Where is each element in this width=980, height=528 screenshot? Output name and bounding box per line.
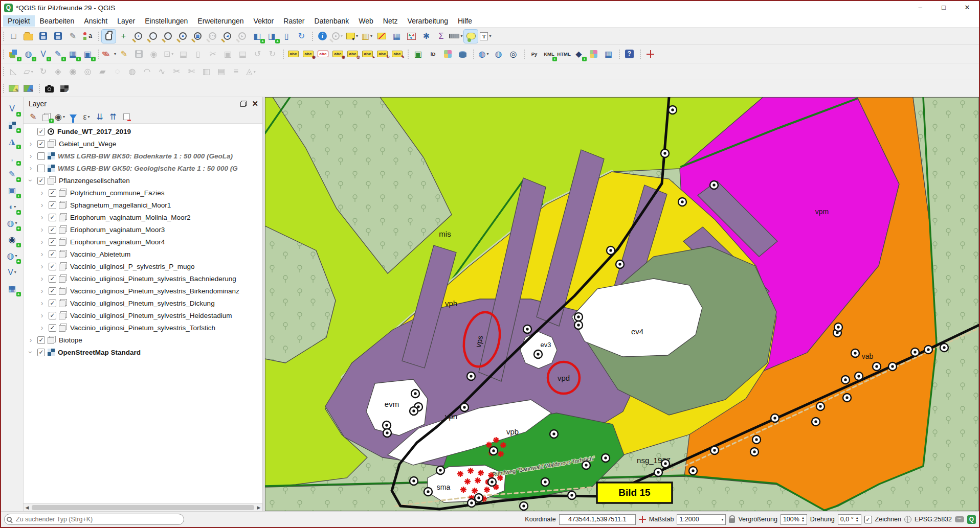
menu-item-ansicht[interactable]: Ansicht [79, 15, 112, 27]
layer-checkbox[interactable]: ✓ [49, 226, 56, 234]
layer-item-vaccinio-uliginosi-pinetum-sylvestris-heidestadium[interactable]: ›✓Vaccinio_uliginosi_Pinetum_sylvestris_… [24, 309, 262, 322]
add-web-layer[interactable]: ◍+ [21, 48, 35, 61]
menu-item-hilfe[interactable]: Hilfe [453, 15, 477, 27]
new-mesh-layer[interactable]: ▦+ [66, 48, 80, 61]
layer-checkbox[interactable]: ✓ [49, 287, 56, 295]
zoom-full[interactable]: □ [161, 30, 175, 43]
new-shapefile-layer[interactable]: V+ [36, 48, 50, 61]
layer-checkbox[interactable]: ✓ [49, 214, 56, 221]
grid-color-tool[interactable] [587, 48, 600, 61]
change-label[interactable]: abc✎ [390, 48, 404, 61]
add-part[interactable]: ▰ [96, 65, 109, 78]
statistical-summary[interactable] [405, 30, 418, 43]
layer-checkbox[interactable]: ✓ [49, 189, 56, 197]
expander-icon[interactable]: › [27, 348, 35, 356]
bookmark-manager[interactable]: ▯ [280, 30, 294, 43]
datasource-manager[interactable]: + [7, 48, 20, 61]
expander-icon[interactable]: › [38, 250, 46, 258]
zoom-last[interactable]: ◂ [220, 30, 234, 43]
render-checkbox[interactable]: ✓ [864, 516, 872, 523]
menu-item-raster[interactable]: Raster [279, 15, 309, 27]
cut-features[interactable]: ✂ [206, 48, 220, 61]
project-properties[interactable]: ✎ [66, 30, 80, 43]
map-canvas[interactable]: Rundweg "Bannwald Waldmoor-Torfstich"mis… [265, 97, 979, 511]
layer-checkbox[interactable]: ✓ [49, 300, 56, 307]
add-feature[interactable]: ◉ [147, 48, 161, 61]
identify-features[interactable]: i [316, 30, 329, 43]
filter-legend[interactable] [67, 111, 79, 123]
messages-icon[interactable]: ··· [955, 516, 964, 522]
magnifier-spinbox[interactable]: 100%▲▼ [781, 514, 807, 525]
layer-item-vaccinio-uliginosi-pinetum-sylvestris-torfstich[interactable]: ›✓Vaccinio_uliginosi_Pinetum_sylvestris_… [24, 322, 262, 334]
delete-part[interactable]: ◍ [125, 65, 139, 78]
add-ring[interactable]: ◉ [66, 65, 80, 78]
expander-icon[interactable]: › [38, 238, 46, 246]
add-wms-layer[interactable]: ◉+ [5, 232, 20, 247]
layer-diagram-options[interactable]: abc◉ [301, 48, 315, 61]
add-gpx-layer[interactable]: ✎+ [5, 167, 20, 181]
expander-icon[interactable]: › [38, 324, 46, 332]
vertex-editor[interactable]: ≡ [229, 65, 243, 78]
zoom-out[interactable]: − [146, 30, 160, 43]
save-project-as[interactable] [51, 30, 65, 43]
layer-checkbox[interactable]: ✓ [49, 238, 56, 246]
processing-toolbox[interactable]: ✱ [419, 30, 433, 43]
expand-all[interactable]: ⇊ [94, 111, 106, 123]
filter-by-expression[interactable]: ε▾ [80, 111, 93, 123]
map-style-tool[interactable] [21, 82, 35, 95]
expander-icon[interactable]: › [27, 152, 35, 160]
crs-globe-icon[interactable] [904, 516, 911, 523]
highlight-pinned-labels[interactable]: abc [316, 48, 330, 61]
text-annotation[interactable]: T▾ [479, 30, 493, 43]
map-tips[interactable] [464, 30, 478, 43]
python-console[interactable]: Py [527, 48, 541, 61]
add-delimited-text-layer[interactable]: ,+ [5, 150, 20, 165]
add-wfs-layer[interactable]: V▾ [5, 265, 20, 280]
layer-checkbox[interactable]: ✓ [37, 336, 45, 344]
merge-attributes[interactable]: ▤ [214, 65, 228, 78]
merge-features[interactable]: ▥ [199, 65, 213, 78]
layer-checkbox[interactable]: ✓ [37, 177, 45, 185]
import-photos-camera[interactable] [42, 82, 56, 95]
layer-item-polytrichum-commune-fazies[interactable]: ›✓Polytrichum_commune_Fazies [24, 187, 262, 199]
expander-icon[interactable]: › [38, 262, 46, 270]
osm-style-tool[interactable] [7, 82, 20, 95]
reshape-features[interactable]: ∿ [155, 65, 169, 78]
move-feature[interactable]: ▱▾ [21, 65, 35, 78]
extents-toggle-icon[interactable] [639, 516, 646, 523]
add-postgis-layer[interactable]: ◖+▾ [5, 199, 20, 214]
scroll-right-icon[interactable]: ▶ [255, 505, 262, 510]
show-bookmarks[interactable]: ◨+ [265, 30, 279, 43]
expander-icon[interactable]: › [38, 311, 46, 319]
database-manager[interactable] [456, 48, 470, 61]
layer-item-eriophorum-vaginatum-moor3[interactable]: ›✓Eriophorum_vaginatum_Moor3 [24, 223, 262, 236]
collapse-all[interactable]: ⇈ [107, 111, 119, 123]
toggle-editing[interactable]: ✎ [117, 48, 131, 61]
osm-id-editor[interactable]: iD [426, 48, 440, 61]
expander-icon[interactable]: › [38, 225, 46, 234]
minimize-button[interactable]: – [908, 1, 932, 14]
remove-layer[interactable] [120, 111, 132, 123]
rotate-label[interactable]: abc↻ [375, 48, 389, 61]
maximize-button[interactable]: □ [932, 1, 955, 14]
pan-map[interactable] [102, 30, 116, 43]
layer-item-biotope[interactable]: ›✓Biotope [24, 334, 262, 346]
menu-item-layer[interactable]: Layer [113, 15, 140, 27]
pan-to-selection[interactable]: + [117, 30, 130, 43]
menu-item-bearbeiten[interactable]: Bearbeiten [35, 15, 79, 27]
undo[interactable]: ↺ [251, 48, 264, 61]
quickmapservices[interactable]: ◍ [492, 48, 505, 61]
lock-scale-icon[interactable] [729, 518, 735, 523]
plugin-builder[interactable]: ◆+ [572, 48, 586, 61]
open-project[interactable] [21, 30, 35, 43]
layer-item-openstreetmap-standard[interactable]: ›✓OpenStreetMap Standard [24, 346, 262, 358]
help-contents[interactable]: ? [622, 48, 636, 61]
trim-extend[interactable]: ◬▾ [244, 65, 258, 78]
layer-checkbox[interactable]: ✓ [49, 250, 56, 258]
layer-labeling-options[interactable]: abc [286, 48, 300, 61]
show-statistics[interactable]: Σ [434, 30, 448, 43]
menu-item-datenbank[interactable]: Datenbank [310, 15, 354, 27]
zoom-in[interactable]: + [131, 30, 145, 43]
menu-item-projekt[interactable]: Projekt [3, 15, 35, 27]
layer-checkbox[interactable]: ✓ [49, 312, 56, 319]
